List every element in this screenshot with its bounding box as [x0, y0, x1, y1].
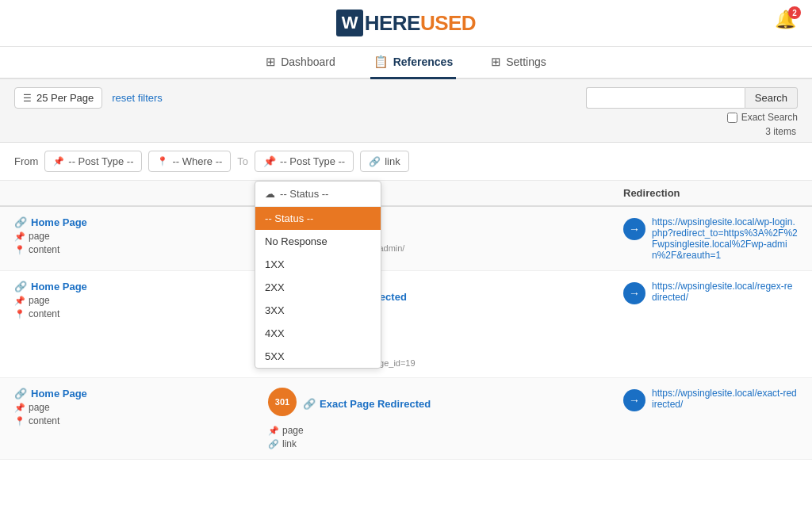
- status-option-selected[interactable]: -- Status --: [255, 207, 381, 230]
- link-icon: 🔗: [369, 156, 381, 167]
- nav-label-dashboard: Dashboard: [281, 55, 335, 68]
- settings-icon: ⊞: [491, 55, 501, 69]
- post-type-to-label: -- Post Type --: [280, 155, 345, 167]
- redir-url-3[interactable]: https://wpsinglesite.local/exact-redirec…: [652, 388, 798, 410]
- to-sep: To: [237, 155, 248, 175]
- location-icon-row3: 📍: [14, 416, 25, 426]
- header: W HEREUSED 🔔 2: [0, 0, 812, 47]
- status-dropdown-wrap: 📌 -- Post Type -- ☁ -- Status -- -- Stat…: [255, 151, 354, 180]
- exact-search-row: Exact Search: [727, 112, 798, 123]
- arrow-icon-2: →: [623, 282, 645, 304]
- status-badge-3: 301: [268, 388, 297, 416]
- from-cell-3: 🔗 Home Page 📌 page 📍 content: [14, 388, 268, 426]
- pin-icon-to: 📌: [263, 155, 276, 167]
- redir-cell-2: → https://wpsinglesite.local/regex-redir…: [623, 281, 798, 304]
- status-option-3xx[interactable]: 3XX: [255, 299, 381, 322]
- status-option-no-response[interactable]: No Response: [255, 230, 381, 253]
- status-option-4xx[interactable]: 4XX: [255, 322, 381, 345]
- from-label: From: [14, 155, 38, 175]
- redir-cell-3: → https://wpsinglesite.local/exact-redir…: [623, 388, 798, 411]
- from-title-1[interactable]: 🔗 Home Page: [14, 216, 268, 228]
- location-icon-row2: 📍: [14, 309, 25, 319]
- references-icon: 📋: [373, 55, 389, 69]
- redir-url-1[interactable]: https://wpsinglesite.local/wp-login.php?…: [652, 216, 798, 261]
- filter-icon: ☰: [23, 93, 32, 104]
- table-row: 🔗 Home Page 📌 page 📍 content 301 🔗 Exact…: [0, 378, 812, 460]
- bell-icon[interactable]: 🔔 2: [775, 10, 796, 30]
- toolbar-left: ☰ 25 Per Page reset filters: [14, 87, 163, 109]
- post-type-from-button[interactable]: 📌 -- Post Type --: [44, 151, 142, 172]
- redir-url-2[interactable]: https://wpsinglesite.local/regex-redirec…: [652, 281, 798, 303]
- col-header-redirection: Redirection: [623, 187, 798, 199]
- nav-label-settings: Settings: [506, 55, 546, 68]
- link-filter-button[interactable]: 🔗 link: [360, 151, 409, 172]
- per-page-button[interactable]: ☰ 25 Per Page: [14, 87, 102, 109]
- where-button[interactable]: 📍 -- Where --: [148, 151, 231, 172]
- exact-search-checkbox[interactable]: [727, 113, 737, 123]
- status-dropdown-menu: ☁ -- Status -- -- Status -- No Response …: [255, 181, 381, 369]
- from-type-3: 📌 page: [14, 402, 268, 413]
- link-icon-from2: 🔗: [14, 281, 27, 292]
- table-header: Redirection: [0, 181, 812, 207]
- to-cell-3: 301 🔗 Exact Page Redirected 📌 page 🔗 lin…: [268, 388, 623, 449]
- search-button[interactable]: Search: [745, 87, 798, 109]
- pin-icon-to3: 📌: [268, 426, 279, 436]
- from-content-3: 📍 content: [14, 415, 268, 426]
- from-content-2: 📍 content: [14, 308, 268, 319]
- status-option-2xx[interactable]: 2XX: [255, 276, 381, 299]
- table-row: 🔗 Home Page 📌 page 📍 content 301 🔗 Regex…: [0, 271, 812, 378]
- filter-row: From 📌 -- Post Type -- 📍 -- Where -- To …: [0, 143, 812, 181]
- logo-box: W: [336, 10, 363, 36]
- nav-item-references[interactable]: 📋 References: [370, 47, 457, 79]
- exact-search-label: Exact Search: [741, 112, 798, 123]
- post-type-to-button[interactable]: 📌 -- Post Type --: [255, 151, 354, 172]
- logo-used: USED: [420, 11, 476, 35]
- dashboard-icon: ⊞: [266, 55, 276, 69]
- toolbar: ☰ 25 Per Page reset filters Search Exact…: [0, 79, 812, 143]
- redir-cell-1: → https://wpsinglesite.local/wp-login.ph…: [623, 216, 798, 261]
- where-label: -- Where --: [172, 155, 222, 167]
- to-title-3[interactable]: 🔗 Exact Page Redirected: [303, 398, 431, 410]
- nav-item-dashboard[interactable]: ⊞ Dashboard: [262, 47, 339, 79]
- from-type-2: 📌 page: [14, 295, 268, 306]
- pin-icon: 📌: [53, 156, 64, 166]
- link-icon-from3: 🔗: [14, 388, 27, 400]
- arrow-icon-1: →: [623, 218, 645, 240]
- pin-icon-row1: 📌: [14, 231, 25, 242]
- bell-wrap[interactable]: 🔔 2: [775, 10, 796, 30]
- from-content-1: 📍 content: [14, 244, 268, 255]
- location-icon: 📍: [157, 156, 168, 166]
- link-icon-from1: 🔗: [14, 216, 27, 228]
- from-cell-2: 🔗 Home Page 📌 page 📍 content: [14, 281, 268, 319]
- status-option-1xx[interactable]: 1XX: [255, 253, 381, 276]
- table-area: Redirection 🔗 Home Page 📌 page 📍 content…: [0, 181, 812, 460]
- logo: W HEREUSED: [336, 10, 476, 36]
- search-row: Search: [586, 87, 798, 109]
- link-icon-to-title3: 🔗: [303, 398, 316, 410]
- dropdown-header: ☁ -- Status --: [255, 182, 381, 207]
- dropdown-header-label: -- Status --: [280, 188, 328, 200]
- table-row: 🔗 Home Page 📌 page 📍 content 📌 page 🔗 li…: [0, 207, 812, 271]
- status-option-5xx[interactable]: 5XX: [255, 345, 381, 368]
- per-page-label: 25 Per Page: [36, 92, 94, 104]
- toolbar-right: Search Exact Search 3 items: [586, 87, 798, 137]
- pin-icon-row2: 📌: [14, 296, 25, 306]
- from-title-3[interactable]: 🔗 Home Page: [14, 388, 268, 400]
- nav-label-references: References: [393, 55, 454, 68]
- to-ref-3: 🔗 link: [268, 438, 623, 449]
- link-icon-to3: 🔗: [268, 439, 279, 449]
- from-type-1: 📌 page: [14, 231, 268, 242]
- notification-badge: 2: [788, 6, 801, 19]
- nav-item-settings[interactable]: ⊞ Settings: [488, 47, 550, 79]
- post-type-from-label: -- Post Type --: [68, 155, 133, 167]
- cloud-icon: ☁: [265, 188, 275, 200]
- search-input[interactable]: [586, 87, 745, 109]
- from-cell-1: 🔗 Home Page 📌 page 📍 content: [14, 216, 268, 255]
- reset-filters-link[interactable]: reset filters: [112, 92, 163, 104]
- col-header-from: [14, 187, 268, 199]
- location-icon-row1: 📍: [14, 245, 25, 255]
- pin-icon-row3: 📌: [14, 403, 25, 413]
- from-title-2[interactable]: 🔗 Home Page: [14, 281, 268, 292]
- items-count: 3 items: [765, 126, 798, 137]
- logo-text: HEREUSED: [365, 11, 477, 36]
